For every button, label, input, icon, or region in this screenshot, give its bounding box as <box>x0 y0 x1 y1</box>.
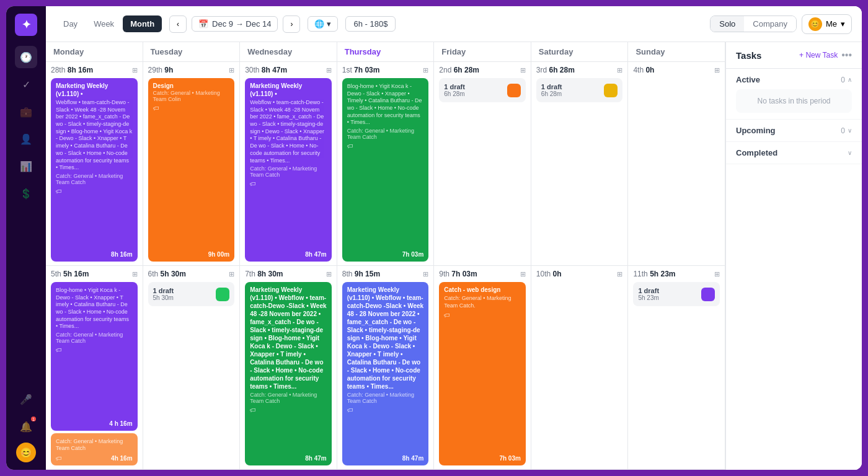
calendar-grid: Monday Tuesday Wednesday Thursday Friday… <box>46 42 725 470</box>
event-orange-5[interactable]: Catch: General • Marketing Team Catch 🏷 … <box>51 433 138 465</box>
event-marketing-30[interactable]: Marketing Weekly (v1.110) • Webflow • te… <box>245 78 332 262</box>
upcoming-section-header[interactable]: Upcoming 0 ∨ <box>736 126 852 135</box>
sidebar-icon-person[interactable]: 👤 <box>15 128 37 150</box>
cell-29-settings[interactable]: ⊞ <box>229 66 234 74</box>
cell-8-settings[interactable]: ⊞ <box>423 270 428 278</box>
cell-4-settings[interactable]: ⊞ <box>714 66 720 74</box>
upcoming-count: 0 <box>841 126 845 135</box>
cell-5-settings[interactable]: ⊞ <box>132 270 138 278</box>
cell-10-settings[interactable]: ⊞ <box>617 270 622 278</box>
active-empty-text: No tasks in this period <box>736 89 852 113</box>
solo-btn[interactable]: Solo <box>711 16 744 32</box>
notification-badge-dot: 1 <box>31 416 36 421</box>
cell-5th: 5th 5h 16m ⊞ Blog-home • Yigit Koca k - … <box>46 266 143 469</box>
calendar-icon: 📅 <box>198 19 208 29</box>
task-section-upcoming: Upcoming 0 ∨ <box>726 120 862 142</box>
cell-4th: 4th 0h ⊞ <box>628 62 725 265</box>
solo-company-toggle: Solo Company <box>710 15 797 32</box>
cell-1-settings[interactable]: ⊞ <box>423 66 428 74</box>
sidebar: ✦ 🕐 ✓ 💼 👤 📊 💲 🎤 🔔 1 😊 <box>6 6 46 470</box>
cell-2-settings[interactable]: ⊞ <box>520 66 526 74</box>
sidebar-avatar[interactable]: 😊 <box>16 443 36 462</box>
event-marketing-7[interactable]: Marketing Weekly (v1.110) • Webflow • te… <box>245 282 332 465</box>
date-range-text: Dec 9 → Dec 14 <box>212 19 271 29</box>
task-section-active: Active 0 ∧ No tasks in this period <box>726 69 862 120</box>
view-tabs: Day Week Month <box>56 15 162 32</box>
cell-11th: 11th 5h 23m ⊞ 1 draft 5h 23m <box>628 266 725 469</box>
cell-settings-icon[interactable]: ⊞ <box>132 66 138 74</box>
me-chevron-icon: ▾ <box>841 19 845 29</box>
me-avatar-icon: 😊 <box>808 17 822 31</box>
nav-prev[interactable]: ‹ <box>169 15 187 33</box>
draft-3rd[interactable]: 1 draft 6h 28m <box>536 78 623 102</box>
date-range: 📅 Dec 9 → Dec 14 <box>192 16 278 32</box>
company-btn[interactable]: Company <box>744 16 796 32</box>
cell-28th-header: 28th 8h 16m ⊞ <box>51 66 138 74</box>
cell-6-settings[interactable]: ⊞ <box>229 270 234 278</box>
event-blog-1[interactable]: Blog-home • Yigit Koca k - Dewo - Slack … <box>342 78 429 262</box>
app-container: ✦ 🕐 ✓ 💼 👤 📊 💲 🎤 🔔 1 😊 Day Week Month <box>6 6 862 470</box>
completed-section-title: Completed <box>736 148 777 157</box>
tab-month[interactable]: Month <box>123 15 162 32</box>
active-section-title: Active <box>736 75 760 84</box>
header-right: Solo Company 😊 Me ▾ <box>710 14 852 34</box>
time-badge: 6h - 180$ <box>345 16 396 32</box>
active-count: 0 <box>841 76 845 84</box>
sidebar-icon-briefcase[interactable]: 💼 <box>15 100 37 123</box>
settings-btn[interactable]: 🌐 ▾ <box>308 16 338 32</box>
nav-controls: ‹ 📅 Dec 9 → Dec 14 › <box>169 15 300 33</box>
upcoming-section-title: Upcoming <box>736 126 776 135</box>
sidebar-icon-chart[interactable]: 📊 <box>15 155 37 177</box>
sidebar-logo[interactable]: ✦ <box>15 14 37 36</box>
day-header-thursday: Thursday <box>337 42 435 61</box>
tasks-panel: Tasks + New Task ••• Active 0 ∧ <box>725 42 862 470</box>
cell-3-settings[interactable]: ⊞ <box>617 66 622 74</box>
cell-7-settings[interactable]: ⊞ <box>326 270 332 278</box>
header: Day Week Month ‹ 📅 Dec 9 → Dec 14 › 🌐 ▾ … <box>46 6 862 42</box>
nav-next[interactable]: › <box>283 15 300 33</box>
day-header-sunday: Sunday <box>628 42 725 61</box>
me-label: Me <box>826 19 837 29</box>
draft-color-dot-6 <box>216 288 229 301</box>
settings-chevron: ▾ <box>327 19 331 29</box>
calendar-area: Monday Tuesday Wednesday Thursday Friday… <box>46 42 862 470</box>
calendar-row-1: 28th 8h 16m ⊞ Marketing Weekly (v1.110) … <box>46 62 725 266</box>
cell-9th: 9th 7h 03m ⊞ Catch - web design Catch: G… <box>434 266 531 469</box>
day-headers: Monday Tuesday Wednesday Thursday Friday… <box>46 42 725 62</box>
cell-9-settings[interactable]: ⊞ <box>520 270 526 278</box>
completed-chevron-icon: ∨ <box>848 149 852 156</box>
draft-color-dot-3 <box>604 84 618 97</box>
tab-day[interactable]: Day <box>56 15 85 32</box>
event-marketing-28[interactable]: Marketing Weekly (v1.110) • Webflow • te… <box>51 78 138 262</box>
active-section-header[interactable]: Active 0 ∧ <box>736 75 852 84</box>
cell-30-settings[interactable]: ⊞ <box>326 66 332 74</box>
day-header-wednesday: Wednesday <box>240 42 337 61</box>
event-blog-5[interactable]: Blog-home • Yigit Koca k - Dewo - Slack … <box>51 282 138 431</box>
main-area: Day Week Month ‹ 📅 Dec 9 → Dec 14 › 🌐 ▾ … <box>46 6 862 470</box>
tasks-more-btn[interactable]: ••• <box>841 50 852 61</box>
cell-3rd: 3rd 6h 28m ⊞ 1 draft 6h 28m <box>531 62 629 265</box>
cell-11-settings[interactable]: ⊞ <box>714 270 720 278</box>
day-header-saturday: Saturday <box>531 42 629 61</box>
event-design-29[interactable]: Design Catch: General • Marketing Team C… <box>148 78 235 262</box>
sidebar-icon-check[interactable]: ✓ <box>15 73 37 95</box>
draft-6th[interactable]: 1 draft 5h 30m <box>148 282 235 306</box>
draft-color-dot <box>507 84 521 97</box>
completed-section-header[interactable]: Completed ∨ <box>736 148 852 157</box>
day-header-friday: Friday <box>434 42 531 61</box>
sidebar-icon-bell[interactable]: 🔔 1 <box>15 415 37 438</box>
cell-10th: 10th 0h ⊞ <box>531 266 629 469</box>
me-btn[interactable]: 😊 Me ▾ <box>802 14 852 34</box>
draft-2nd[interactable]: 1 draft 6h 28m <box>439 78 526 102</box>
tab-week[interactable]: Week <box>86 15 122 32</box>
day-header-monday: Monday <box>46 42 143 61</box>
sidebar-icon-clock[interactable]: 🕐 <box>15 46 37 68</box>
event-marketing-8[interactable]: Marketing Weekly (v1.110) • Webflow • te… <box>342 282 429 465</box>
new-task-btn[interactable]: + New Task <box>799 51 838 60</box>
event-webdesign-9[interactable]: Catch - web design Catch: General • Mark… <box>439 282 526 465</box>
sidebar-icon-dollar[interactable]: 💲 <box>15 182 37 205</box>
tasks-header: Tasks + New Task ••• <box>726 42 862 69</box>
draft-11th[interactable]: 1 draft 5h 23m <box>633 282 720 306</box>
task-section-completed: Completed ∨ <box>726 142 862 164</box>
sidebar-icon-mic[interactable]: 🎤 <box>15 388 37 410</box>
